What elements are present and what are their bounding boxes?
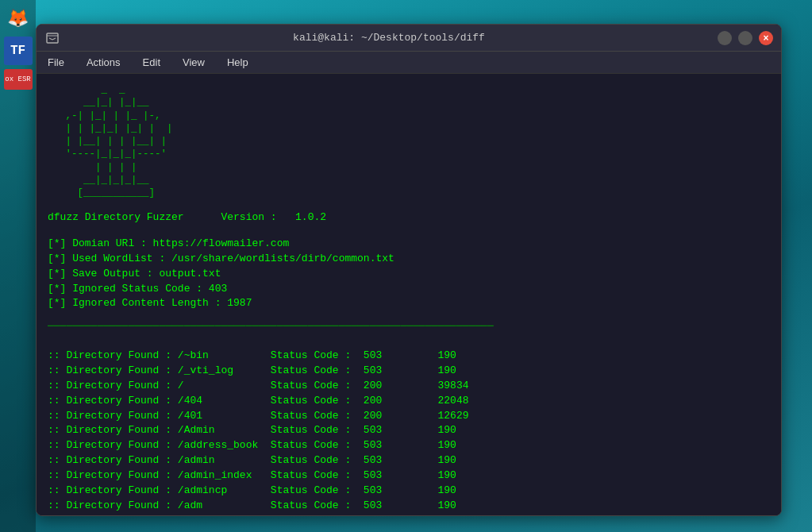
terminal-window: kali@kali: ~/Desktop/tools/diff − □ × Fi… <box>36 24 782 516</box>
maximize-button[interactable]: □ <box>738 31 752 45</box>
info-line-3: [*] Ignored Status Code : 403 <box>48 282 770 297</box>
result-line-1: :: Directory Found : /_vti_log Status Co… <box>48 364 770 379</box>
results-block: :: Directory Found : /~bin Status Code :… <box>48 349 770 515</box>
result-line-8: :: Directory Found : /admin_index Status… <box>48 468 770 484</box>
result-line-4: :: Directory Found : /401 Status Code : … <box>48 409 770 424</box>
result-line-11: :: Directory Found : /admincontrol Statu… <box>48 513 770 515</box>
info-line-1: [*] Used WordList : /usr/share/wordlists… <box>48 252 770 267</box>
firefox-taskbar-icon[interactable]: 🦊 <box>4 4 33 33</box>
menu-file[interactable]: File <box>43 55 69 70</box>
menu-actions[interactable]: Actions <box>82 55 125 70</box>
terminal-title-icon <box>44 30 60 46</box>
minimize-button[interactable]: − <box>718 31 732 45</box>
info-block: [*] Domian URl : https://flowmailer.com … <box>48 237 770 311</box>
result-line-9: :: Directory Found : /admincp Status Cod… <box>48 484 770 499</box>
ascii-art-banner: _ _ __|_| |_|__ ,-| |_| | |_ |-, | | |_|… <box>48 83 770 199</box>
close-button[interactable]: × <box>759 31 773 45</box>
version-line: dfuzz Directory Fuzzer Version : 1.0.2 <box>48 210 770 226</box>
result-line-2: :: Directory Found : / Status Code : 200… <box>48 379 770 394</box>
result-line-10: :: Directory Found : /adm Status Code : … <box>48 499 770 514</box>
window-title: kali@kali: ~/Desktop/tools/diff <box>293 32 485 44</box>
menu-help[interactable]: Help <box>222 55 253 70</box>
terminal-content[interactable]: _ _ __|_| |_|__ ,-| |_| | |_ |-, | | |_|… <box>37 74 781 515</box>
svg-line-3 <box>52 38 56 40</box>
box-taskbar-icon[interactable]: ox ESR <box>4 69 33 90</box>
window-controls: − □ × <box>718 31 773 45</box>
info-line-2: [*] Save Output : output.txt <box>48 267 770 282</box>
result-line-3: :: Directory Found : /404 Status Code : … <box>48 394 770 409</box>
svg-rect-0 <box>47 33 58 43</box>
separator-line: ────────────────────────────────────────… <box>48 319 770 334</box>
files-taskbar-icon[interactable]: TF <box>4 37 33 65</box>
menu-view[interactable]: View <box>178 55 210 70</box>
taskbar-left: 🦊 TF ox ESR <box>0 0 36 532</box>
result-line-5: :: Directory Found : /Admin Status Code … <box>48 423 770 438</box>
info-line-0: [*] Domian URl : https://flowmailer.com <box>48 237 770 252</box>
result-line-6: :: Directory Found : /address_book Statu… <box>48 438 770 453</box>
menu-bar: File Actions Edit View Help <box>37 52 781 74</box>
menu-edit[interactable]: Edit <box>138 55 165 70</box>
title-bar: kali@kali: ~/Desktop/tools/diff − □ × <box>37 25 781 52</box>
info-line-4: [*] Ignored Content Length : 1987 <box>48 296 770 311</box>
result-line-0: :: Directory Found : /~bin Status Code :… <box>48 349 770 364</box>
svg-line-2 <box>49 38 52 40</box>
result-line-7: :: Directory Found : /admin Status Code … <box>48 453 770 468</box>
